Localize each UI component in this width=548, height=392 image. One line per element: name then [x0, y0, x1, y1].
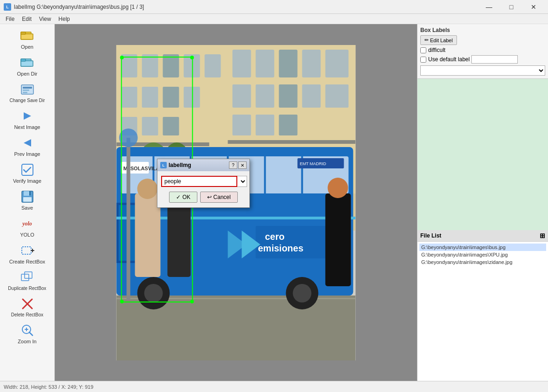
default-label-input[interactable]: [471, 55, 518, 64]
prev-image-label: Prev Image: [14, 151, 40, 157]
verify-image-button[interactable]: Verify Image: [4, 160, 51, 186]
difficult-row: difficult: [420, 47, 545, 53]
dialog-controls: ? ✕: [229, 161, 247, 169]
dialog-icon: L: [160, 162, 167, 168]
cancel-button[interactable]: ↩ Cancel: [200, 192, 238, 203]
file-list-item[interactable]: G:\beyondyanyu\train\images\XPU.jpg: [419, 251, 546, 258]
right-panel: Box Labels ✏ Edit Label difficult Use de…: [417, 24, 548, 381]
dialog-body: ✓ OK ↩ Cancel: [157, 171, 249, 207]
file-list-item[interactable]: G:\beyondyanyu\train\images\bus.jpg: [419, 244, 546, 251]
file-list-header: File List ⊞: [418, 230, 548, 242]
menu-bar: File Edit View Help: [0, 14, 548, 24]
delete-rectbox-button[interactable]: Delete RectBox: [4, 294, 51, 320]
svg-rect-4: [21, 61, 33, 66]
verify-image-label: Verify Image: [13, 178, 41, 184]
svg-marker-11: [24, 139, 31, 147]
file-list-content[interactable]: G:\beyondyanyu\train\images\bus.jpg G:\b…: [418, 242, 548, 381]
edit-icon: ✏: [424, 37, 429, 43]
change-save-dir-label: Change Save Dir: [9, 98, 45, 103]
difficult-label: difficult: [428, 47, 445, 53]
minimize-button[interactable]: —: [478, 0, 500, 14]
svg-line-27: [29, 332, 33, 335]
svg-rect-49: [302, 84, 321, 108]
open-dir-label: Open Dir: [17, 71, 37, 77]
delete-rectbox-icon: [20, 296, 35, 311]
label-input[interactable]: [161, 176, 237, 187]
svg-rect-32: [121, 54, 137, 77]
prev-image-button[interactable]: Prev Image: [4, 133, 51, 159]
save-button[interactable]: Save: [4, 187, 51, 213]
create-rectbox-button[interactable]: Create RectBox: [4, 241, 51, 267]
svg-rect-43: [142, 87, 158, 108]
dialog-close-button[interactable]: ✕: [238, 161, 247, 169]
label-dialog: L labelImg ? ✕ ✓ OK ↩ Cancel: [157, 159, 250, 208]
change-save-dir-button[interactable]: Change Save Dir: [4, 80, 51, 105]
svg-rect-37: [233, 50, 251, 77]
svg-rect-45: [184, 87, 200, 108]
create-rectbox-label: Create RectBox: [9, 259, 46, 264]
svg-rect-55: [256, 115, 274, 135]
use-default-label-row: Use default label: [420, 55, 545, 64]
svg-rect-91: [326, 193, 351, 286]
svg-rect-1: [21, 34, 33, 39]
ok-button[interactable]: ✓ OK: [169, 192, 197, 203]
open-label: Open: [21, 44, 33, 50]
menu-view[interactable]: View: [35, 15, 55, 23]
prev-icon: [20, 135, 35, 150]
canvas-area[interactable]: M1SOLASVILA EMT MADRID cero emisiones: [55, 24, 417, 381]
svg-rect-58: [228, 140, 356, 144]
open-dir-icon: [20, 55, 35, 70]
svg-rect-39: [279, 50, 298, 77]
menu-file[interactable]: File: [2, 15, 18, 23]
svg-rect-20: [21, 274, 29, 281]
menu-edit[interactable]: Edit: [18, 15, 35, 23]
box-labels-section: Box Labels ✏ Edit Label difficult Use de…: [418, 24, 548, 79]
svg-rect-42: [121, 87, 137, 108]
file-list-item[interactable]: G:\beyondyanyu\train\images\zidane.jpg: [419, 258, 546, 266]
file-list-title: File List: [420, 232, 441, 239]
svg-rect-40: [302, 50, 321, 77]
svg-rect-56: [279, 115, 298, 135]
svg-rect-93: [127, 138, 130, 300]
window-controls: — □ ✕: [478, 0, 544, 14]
dialog-title-bar: L labelImg ? ✕: [157, 159, 249, 171]
maximize-button[interactable]: □: [501, 0, 522, 14]
box-labels-title: Box Labels: [420, 27, 545, 33]
main-layout: Open Open Dir C: [0, 24, 548, 381]
duplicate-rectbox-icon: [20, 270, 35, 285]
open-button[interactable]: Open: [4, 26, 51, 52]
svg-rect-15: [23, 197, 32, 202]
svg-rect-21: [25, 272, 32, 278]
open-dir-button[interactable]: Open Dir: [4, 53, 51, 79]
file-list-icon: ⊞: [540, 232, 545, 239]
yolo-button[interactable]: yolo YOLO: [4, 214, 51, 240]
yolo-label: YOLO: [20, 232, 34, 238]
svg-rect-38: [256, 50, 274, 77]
close-button[interactable]: ✕: [523, 0, 544, 14]
svg-text:cero: cero: [265, 231, 285, 242]
use-default-label-checkbox[interactable]: [420, 57, 426, 63]
difficult-checkbox[interactable]: [420, 47, 426, 53]
svg-rect-41: [326, 50, 349, 77]
save-label: Save: [21, 205, 33, 211]
svg-text:emisiones: emisiones: [258, 243, 304, 253]
box-labels-area: [418, 79, 548, 230]
zoom-in-button[interactable]: Zoom In: [4, 321, 51, 347]
label-dropdown[interactable]: [420, 65, 545, 76]
svg-rect-33: [142, 54, 158, 77]
svg-point-86: [293, 284, 312, 302]
label-autocomplete[interactable]: [237, 176, 247, 187]
change-save-dir-icon: [20, 82, 35, 97]
duplicate-rectbox-button[interactable]: Duplicate RectBox: [4, 268, 51, 293]
svg-rect-52: [142, 117, 158, 135]
zoom-in-icon: [20, 323, 35, 338]
svg-rect-48: [279, 84, 298, 108]
verify-icon: [20, 162, 35, 177]
dialog-question-button[interactable]: ?: [229, 161, 237, 169]
dialog-input-row: [161, 176, 246, 187]
menu-help[interactable]: Help: [55, 15, 74, 23]
svg-point-88: [137, 179, 158, 199]
edit-label-button[interactable]: ✏ Edit Label: [420, 35, 457, 45]
next-image-button[interactable]: Next Image: [4, 106, 51, 132]
create-rectbox-icon: [20, 243, 35, 258]
